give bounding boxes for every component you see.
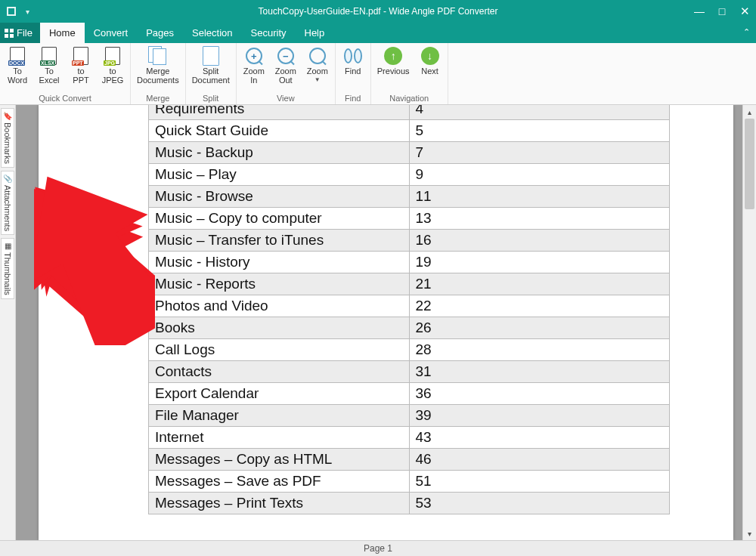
toc-title-cell: Music - Reports bbox=[149, 273, 410, 295]
menu-bar: File HomeConvertPagesSelectionSecurityHe… bbox=[0, 23, 756, 43]
table-row: Messages – Print Texts53 bbox=[149, 493, 670, 514]
zoom-button[interactable]: Zoom▼ bbox=[303, 45, 332, 93]
side-tab-attachments[interactable]: 📎Attachments bbox=[1, 171, 14, 235]
side-tab-thumbnails[interactable]: ▦Thumbnails bbox=[1, 238, 14, 299]
svg-rect-4 bbox=[5, 34, 8, 38]
vertical-scrollbar[interactable]: ▴ ▾ bbox=[742, 105, 756, 540]
ribbon-group-find: FindFind bbox=[336, 43, 371, 104]
group-label: Split bbox=[203, 93, 218, 104]
group-label: Find bbox=[345, 93, 361, 104]
toc-page-cell: 5 bbox=[409, 120, 670, 142]
zoom-in-label: Zoom In bbox=[243, 66, 265, 85]
zoom-out-label: Zoom Out bbox=[275, 66, 296, 85]
toc-page-cell: 51 bbox=[409, 471, 670, 493]
split-document-label: Split Document bbox=[192, 66, 230, 85]
to-jpeg-label: to JPEG bbox=[102, 66, 124, 85]
toc-page-cell: 13 bbox=[409, 208, 670, 230]
toc-page-cell: 36 bbox=[409, 383, 670, 405]
qat-dropdown-icon[interactable]: ▾ bbox=[26, 8, 29, 16]
toc-title-cell: Export Calendar bbox=[149, 383, 410, 405]
close-button[interactable]: ✕ bbox=[733, 0, 756, 23]
table-row: Music – Transfer to iTunes16 bbox=[149, 230, 670, 252]
find-label: Find bbox=[345, 66, 361, 76]
scroll-up-icon[interactable]: ▴ bbox=[743, 105, 756, 119]
side-panel-tabs: 🔖Bookmarks📎Attachments▦Thumbnails bbox=[0, 105, 16, 540]
toc-page-cell: 21 bbox=[409, 273, 670, 295]
jpg-icon: JPG bbox=[103, 46, 122, 66]
table-row: Messages – Save as PDF51 bbox=[149, 471, 670, 493]
merge-documents-label: Merge Documents bbox=[137, 66, 179, 85]
toc-page-cell: 46 bbox=[409, 449, 670, 471]
toc-title-cell: Music - Backup bbox=[149, 142, 410, 164]
binoculars-icon bbox=[343, 46, 363, 66]
nav-next-icon: ↓ bbox=[420, 46, 440, 66]
table-row: Music - Reports21 bbox=[149, 273, 670, 295]
toc-page-cell: 9 bbox=[409, 164, 670, 186]
nav-prev-icon: ↑ bbox=[383, 46, 403, 66]
dropdown-caret-icon: ▼ bbox=[314, 76, 321, 83]
to-word-button[interactable]: DOCXTo Word bbox=[3, 45, 32, 93]
toc-title-cell: Messages – Print Texts bbox=[149, 493, 410, 514]
toc-page-cell: 19 bbox=[409, 252, 670, 273]
toc-title-cell: Music – Transfer to iTunes bbox=[149, 230, 410, 252]
previous-button[interactable]: ↑Previous bbox=[374, 45, 413, 93]
minimize-button[interactable]: — bbox=[688, 0, 711, 23]
toc-title-cell: Internet bbox=[149, 427, 410, 449]
group-label: Quick Convert bbox=[39, 93, 91, 104]
to-jpeg-button[interactable]: JPGto JPEG bbox=[98, 45, 127, 93]
toc-title-cell: Music - Browse bbox=[149, 186, 410, 208]
menu-grid-icon bbox=[5, 29, 14, 38]
file-menu-button[interactable]: File bbox=[0, 23, 40, 43]
toc-page-cell: 26 bbox=[409, 317, 670, 339]
to-excel-label: To Excel bbox=[39, 66, 60, 85]
toc-title-cell: Quick Start Guide bbox=[149, 120, 410, 142]
toc-title-cell: Contacts bbox=[149, 361, 410, 383]
ribbon-group-view: +Zoom In−Zoom OutZoom▼View bbox=[237, 43, 336, 104]
tab-selection[interactable]: Selection bbox=[183, 23, 241, 43]
document-viewport[interactable]: Requirements4Quick Start Guide5Music - B… bbox=[16, 105, 742, 540]
find-button[interactable]: Find bbox=[339, 45, 367, 93]
zoom-in-button[interactable]: +Zoom In bbox=[240, 45, 268, 93]
toc-page-cell: 7 bbox=[409, 142, 670, 164]
table-row: Requirements4 bbox=[149, 105, 670, 120]
tab-convert[interactable]: Convert bbox=[85, 23, 138, 43]
window-title: TouchCopy-UserGuide-EN.pdf - Wide Angle … bbox=[259, 6, 498, 17]
to-excel-button[interactable]: XLSXTo Excel bbox=[35, 45, 64, 93]
title-bar: ▾ TouchCopy-UserGuide-EN.pdf - Wide Angl… bbox=[0, 0, 756, 23]
scroll-track[interactable] bbox=[743, 119, 756, 527]
scroll-thumb[interactable] bbox=[745, 119, 754, 209]
merge-documents-button[interactable]: Merge Documents bbox=[134, 45, 182, 93]
zoom-out-icon: − bbox=[276, 46, 296, 66]
toc-page-cell: 43 bbox=[409, 427, 670, 449]
maximize-button[interactable]: □ bbox=[711, 0, 733, 23]
table-row: Quick Start Guide5 bbox=[149, 120, 670, 142]
tab-security[interactable]: Security bbox=[242, 23, 296, 43]
ribbon-group-navigation: ↑Previous↓NextNavigation bbox=[371, 43, 448, 104]
xlsx-icon: XLSX bbox=[39, 46, 59, 66]
table-row: Internet43 bbox=[149, 427, 670, 449]
tab-help[interactable]: Help bbox=[296, 23, 334, 43]
toc-page-cell: 11 bbox=[409, 186, 670, 208]
table-row: Export Calendar36 bbox=[149, 383, 670, 405]
next-button[interactable]: ↓Next bbox=[416, 45, 445, 93]
tab-home[interactable]: Home bbox=[40, 23, 85, 43]
previous-label: Previous bbox=[377, 66, 410, 76]
zoom-out-button[interactable]: −Zoom Out bbox=[271, 45, 300, 93]
table-row: Music - Browse11 bbox=[149, 186, 670, 208]
to-ppt-button[interactable]: PPTto PPT bbox=[67, 45, 95, 93]
scroll-down-icon[interactable]: ▾ bbox=[743, 527, 756, 540]
tab-pages[interactable]: Pages bbox=[137, 23, 183, 43]
svg-rect-3 bbox=[10, 29, 14, 32]
toc-title-cell: File Manager bbox=[149, 405, 410, 427]
thumbnails-icon: ▦ bbox=[5, 242, 11, 250]
toc-page-cell: 39 bbox=[409, 405, 670, 427]
table-row: Music – Copy to computer13 bbox=[149, 208, 670, 230]
toc-page-cell: 4 bbox=[409, 105, 670, 120]
table-row: Books26 bbox=[149, 317, 670, 339]
group-label: Navigation bbox=[389, 93, 429, 104]
doc-plain-icon bbox=[201, 46, 221, 66]
collapse-ribbon-icon[interactable]: ⌃ bbox=[743, 27, 750, 37]
to-ppt-label: to PPT bbox=[73, 66, 88, 85]
split-document-button[interactable]: Split Document bbox=[189, 45, 233, 93]
side-tab-bookmarks[interactable]: 🔖Bookmarks bbox=[1, 108, 14, 168]
